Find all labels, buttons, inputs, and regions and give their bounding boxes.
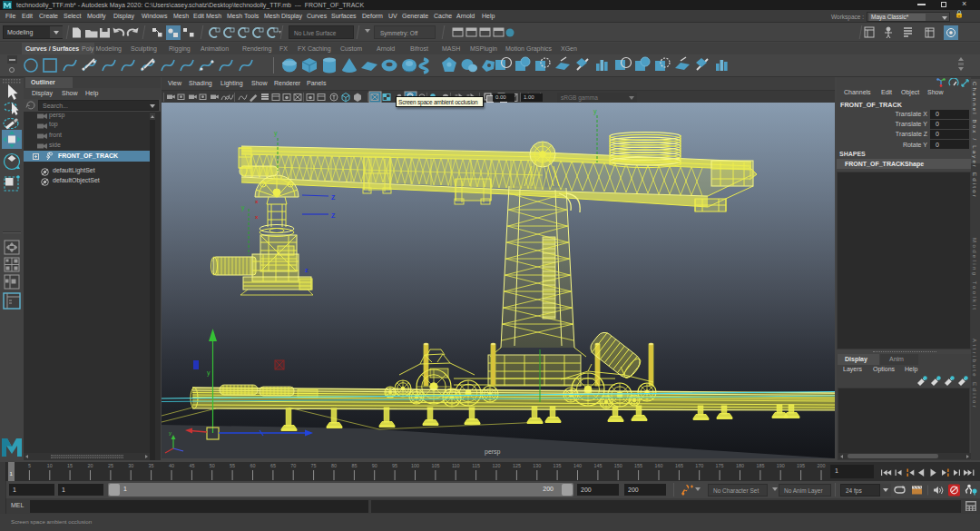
svg-text:persp: persp [485,448,501,456]
svg-text:180: 180 [736,463,744,468]
svg-text:55: 55 [230,463,235,468]
svg-text:160: 160 [655,463,663,468]
svg-text:140: 140 [573,463,582,468]
svg-text:65: 65 [270,463,276,468]
svg-text:175: 175 [716,463,724,468]
svg-text:150: 150 [614,463,622,468]
svg-text:135: 135 [554,463,562,468]
svg-text:200: 200 [818,463,826,468]
svg-text:y: y [169,430,172,436]
svg-text:95: 95 [392,463,397,468]
svg-text:z: z [305,267,309,273]
svg-text:y: y [593,108,597,115]
svg-text:5: 5 [28,463,31,468]
svg-text:y: y [274,130,278,137]
svg-text:y: y [207,369,211,377]
svg-text:190: 190 [777,463,785,468]
svg-text:75: 75 [311,463,317,468]
svg-text:120: 120 [493,463,501,468]
svg-text:170: 170 [695,463,703,468]
svg-text:165: 165 [675,463,683,468]
svg-text:115: 115 [472,463,480,468]
svg-text:15: 15 [67,463,73,468]
svg-text:25: 25 [108,463,113,468]
svg-text:125: 125 [513,463,521,468]
svg-text:60: 60 [250,463,256,468]
svg-text:85: 85 [351,463,357,468]
svg-text:40: 40 [169,463,174,468]
svg-text:50: 50 [210,463,215,468]
svg-text:35: 35 [149,463,154,468]
svg-text:y: y [241,204,245,211]
svg-text:100: 100 [411,463,419,468]
svg-text:30: 30 [128,463,133,468]
svg-text:105: 105 [431,463,439,468]
svg-text:10: 10 [47,463,53,468]
svg-text:20: 20 [88,463,93,468]
svg-text:145: 145 [593,463,602,468]
svg-text:70: 70 [290,463,296,468]
svg-text:90: 90 [372,463,377,468]
svg-text:155: 155 [634,463,642,468]
svg-text:110: 110 [452,463,460,468]
svg-text:80: 80 [331,463,337,468]
svg-text:130: 130 [533,463,541,468]
svg-text:Z: Z [331,212,336,219]
svg-text:Z: Z [331,194,336,201]
svg-text:195: 195 [797,463,805,468]
svg-text:45: 45 [189,463,194,468]
svg-text:185: 185 [756,463,764,468]
